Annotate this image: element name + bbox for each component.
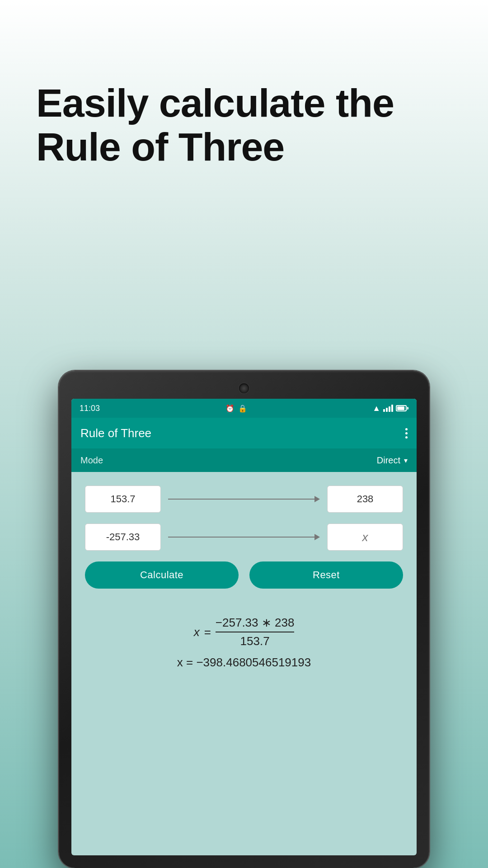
status-right-icons: ▲ bbox=[372, 404, 408, 413]
input-x[interactable] bbox=[327, 524, 403, 551]
mode-bar: Mode Direct ▾ bbox=[71, 448, 417, 472]
mode-selector[interactable]: Direct ▾ bbox=[377, 455, 408, 466]
status-bar: 11:03 ⏰ 🔒 ▲ bbox=[71, 399, 417, 418]
promo-section: Easily calculate the Rule of Three bbox=[0, 0, 488, 196]
input-c[interactable] bbox=[85, 524, 161, 551]
battery-icon bbox=[396, 405, 408, 411]
calculator-area: Calculate Reset bbox=[71, 472, 417, 611]
tablet-device: 11:03 ⏰ 🔒 ▲ bbox=[59, 371, 429, 868]
wifi-icon: ▲ bbox=[372, 404, 380, 413]
arrow-line-2 bbox=[168, 537, 320, 538]
promo-title: Easily calculate the Rule of Three bbox=[36, 81, 452, 169]
tablet-shell: 11:03 ⏰ 🔒 ▲ bbox=[59, 371, 429, 868]
app-bar: Rule of Three bbox=[71, 418, 417, 448]
alarm-icon: ⏰ bbox=[225, 404, 235, 413]
formula-numerator: −257.33 ∗ 238 bbox=[216, 616, 295, 632]
input-row-2 bbox=[85, 524, 403, 551]
status-icons: ⏰ 🔒 bbox=[225, 404, 247, 413]
app-bar-title: Rule of Three bbox=[80, 426, 151, 440]
input-a[interactable] bbox=[85, 486, 161, 513]
signal-icon bbox=[383, 405, 393, 412]
camera-lens bbox=[239, 383, 249, 393]
mode-label: Mode bbox=[80, 455, 103, 466]
formula-display: x = −257.33 ∗ 238 153.7 bbox=[80, 616, 408, 648]
input-b[interactable] bbox=[327, 486, 403, 513]
buttons-row: Calculate Reset bbox=[85, 561, 403, 589]
mode-dropdown-arrow: ▾ bbox=[404, 456, 408, 465]
arrow-line-1 bbox=[168, 499, 320, 500]
mode-value-text: Direct bbox=[377, 455, 400, 466]
formula-denominator: 153.7 bbox=[240, 632, 270, 648]
lock-icon: 🔒 bbox=[238, 404, 247, 413]
status-time: 11:03 bbox=[80, 404, 100, 413]
reset-button[interactable]: Reset bbox=[249, 561, 403, 589]
result-display: x = −398.4680546519193 bbox=[80, 656, 408, 670]
formula-fraction: −257.33 ∗ 238 153.7 bbox=[216, 616, 295, 648]
formula-section: x = −257.33 ∗ 238 153.7 x = −398.4680546… bbox=[71, 611, 417, 679]
tablet-screen: 11:03 ⏰ 🔒 ▲ bbox=[71, 399, 417, 855]
input-row-1 bbox=[85, 486, 403, 513]
calculate-button[interactable]: Calculate bbox=[85, 561, 239, 589]
more-options-icon[interactable] bbox=[405, 428, 408, 439]
